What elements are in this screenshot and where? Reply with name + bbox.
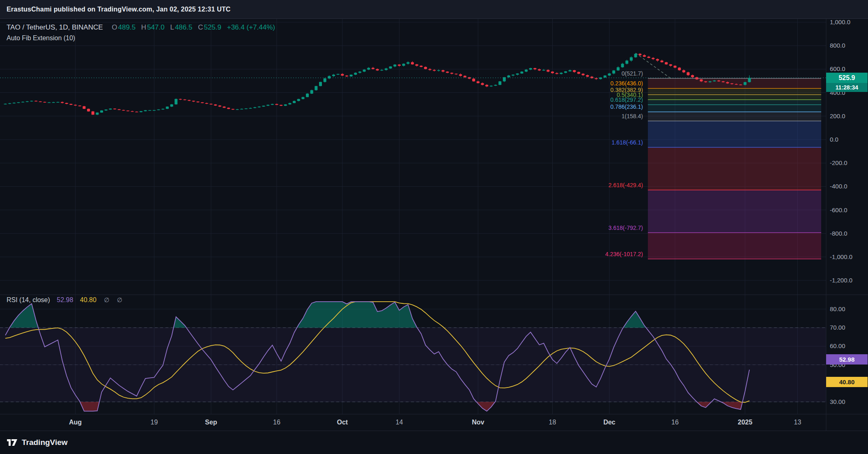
symbol-legend-row[interactable]: TAO / TetherUS, 1D, BINANCE O489.5 H547.… <box>7 23 275 32</box>
rsi-flag-2: ∅ <box>117 296 122 303</box>
rsi-value: 52.98 <box>57 296 73 303</box>
close-label: C <box>198 23 203 31</box>
publish-banner: ErastusChami published on TradingView.co… <box>0 0 868 19</box>
price-axis[interactable] <box>826 19 868 431</box>
rsi-ma-value: 40.80 <box>80 296 96 303</box>
change-value: +36.4 (+7.44%) <box>227 23 275 31</box>
low-label: L <box>170 23 174 31</box>
indicator-title: Auto Fib Extension (10) <box>7 34 75 41</box>
rsi-flag-1: ∅ <box>104 296 109 303</box>
indicator-legend-row[interactable]: Auto Fib Extension (10) <box>7 34 75 42</box>
open-label: O <box>112 23 117 31</box>
tradingview-logo-icon[interactable] <box>7 439 18 446</box>
tradingview-published-chart: ErastusChami published on TradingView.co… <box>0 0 868 454</box>
publish-attribution: ErastusChami published on TradingView.co… <box>7 6 231 13</box>
rsi-title: RSI (14, close) <box>7 296 50 303</box>
footer-bar: TradingView <box>0 431 868 454</box>
chart-canvas[interactable] <box>0 0 868 454</box>
high-value: 547.0 <box>147 23 165 31</box>
close-value: 525.9 <box>204 23 221 31</box>
low-value: 486.5 <box>175 23 193 31</box>
tradingview-wordmark[interactable]: TradingView <box>22 438 68 447</box>
open-value: 489.5 <box>118 23 136 31</box>
symbol-title: TAO / TetherUS, 1D, BINANCE <box>7 23 103 31</box>
high-label: H <box>141 23 146 31</box>
rsi-legend-row[interactable]: RSI (14, close) 52.98 40.80 ∅ ∅ <box>7 296 122 304</box>
time-axis[interactable] <box>0 414 826 431</box>
